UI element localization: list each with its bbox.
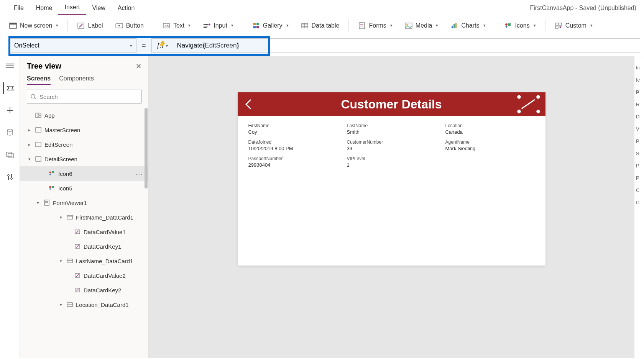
tree-node-location-datacard[interactable]: ▾ Location_DataCard1 bbox=[20, 297, 148, 312]
search-icon bbox=[30, 93, 36, 100]
tree-node-icon5[interactable]: Icon5 bbox=[20, 181, 148, 195]
svg-line-81 bbox=[522, 108, 522, 109]
collapse-caret[interactable]: ▾ bbox=[58, 259, 64, 264]
more-button[interactable]: ··· bbox=[136, 170, 143, 177]
close-button[interactable]: ✕ bbox=[136, 62, 141, 70]
media-icon bbox=[405, 22, 412, 30]
tree-node-datacardkey1[interactable]: DataCardKey1 bbox=[20, 239, 148, 254]
rp-line: C bbox=[636, 184, 642, 197]
tree-node-formviewer1[interactable]: ▾ FormViewer1 bbox=[20, 195, 148, 210]
svg-rect-29 bbox=[508, 23, 511, 26]
tree-label: LastName_DataCard1 bbox=[76, 258, 133, 264]
canvas[interactable]: Customer Details FirstNameCoy LastNameSm… bbox=[149, 56, 634, 358]
collapse-caret[interactable]: ▾ bbox=[35, 200, 41, 205]
icons-icon bbox=[504, 22, 512, 30]
search-box[interactable] bbox=[27, 90, 141, 103]
field-customernumber: CustomerNumber39 bbox=[347, 139, 436, 151]
chevron-down-icon: ▾ bbox=[590, 23, 593, 28]
collapse-caret[interactable]: ▾ bbox=[27, 157, 32, 162]
tree-node-firstname-datacard[interactable]: ▾ FirstName_DataCard1 bbox=[20, 210, 148, 225]
field-value: Smith bbox=[347, 129, 436, 135]
field-value: 39 bbox=[347, 146, 436, 151]
expand-caret[interactable]: ▸ bbox=[27, 142, 32, 147]
edit-icon-selected[interactable] bbox=[518, 96, 539, 113]
property-value: OnSelect bbox=[14, 42, 39, 49]
svg-point-5 bbox=[118, 25, 120, 26]
charts-icon bbox=[450, 22, 458, 30]
tree-node-masterscreen[interactable]: ▸ MasterScreen bbox=[20, 123, 148, 137]
svg-point-48 bbox=[10, 178, 12, 180]
tab-screens[interactable]: Screens bbox=[27, 75, 51, 85]
tree-view-rail-button[interactable] bbox=[3, 82, 17, 94]
hamburger-button[interactable] bbox=[3, 60, 17, 72]
charts-label: Charts bbox=[461, 22, 479, 29]
input-button[interactable]: Input ▾ bbox=[197, 20, 239, 32]
advanced-rail-button[interactable] bbox=[3, 171, 17, 183]
svg-point-42 bbox=[7, 129, 13, 131]
menu-home[interactable]: Home bbox=[30, 2, 59, 15]
field-label: DateJoined bbox=[248, 139, 338, 145]
collapse-caret[interactable]: ▾ bbox=[58, 215, 64, 220]
field-label: PassportNumber bbox=[248, 156, 338, 161]
menu-view[interactable]: View bbox=[86, 2, 111, 15]
tab-components[interactable]: Components bbox=[59, 75, 94, 85]
data-table-button[interactable]: Data table bbox=[296, 20, 345, 32]
rp-line: Ic bbox=[636, 62, 642, 74]
back-arrow-icon[interactable] bbox=[244, 98, 253, 110]
text-label: Text bbox=[173, 22, 184, 29]
tree-label: App bbox=[44, 112, 55, 119]
form-body: FirstNameCoy LastNameSmith LocationCanad… bbox=[238, 116, 545, 175]
svg-rect-72 bbox=[67, 259, 72, 263]
gallery-button[interactable]: Gallery ▾ bbox=[247, 20, 294, 32]
svg-point-11 bbox=[209, 23, 210, 25]
svg-line-77 bbox=[76, 289, 79, 291]
field-value: Canada bbox=[445, 129, 535, 135]
data-rail-button[interactable] bbox=[3, 127, 17, 138]
tree-node-app[interactable]: App bbox=[20, 108, 148, 123]
app-title: FirstCanvasApp - Saved (Unpublished) bbox=[530, 5, 636, 11]
chevron-down-icon: ▾ bbox=[390, 23, 393, 28]
formula-input[interactable]: Navigate(EditScreen) bbox=[173, 38, 640, 53]
charts-button[interactable]: Charts ▾ bbox=[445, 20, 491, 32]
separator bbox=[67, 19, 68, 32]
scrollbar-thumb[interactable] bbox=[145, 108, 148, 189]
tree-node-detailscreen[interactable]: ▾ DetailScreen bbox=[20, 152, 148, 166]
form-icon bbox=[43, 199, 51, 206]
tree-node-editscreen[interactable]: ▸ EditScreen bbox=[20, 137, 148, 152]
rp-line: C bbox=[636, 197, 642, 209]
media-rail-button[interactable] bbox=[3, 149, 17, 161]
svg-marker-59 bbox=[49, 174, 51, 175]
tree-label: MasterScreen bbox=[44, 127, 80, 133]
menu-action[interactable]: Action bbox=[112, 2, 141, 15]
properties-panel: Ic Ic P R D V P S P P C C bbox=[634, 56, 644, 358]
tree-node-datacardkey2[interactable]: DataCardKey2 bbox=[20, 283, 148, 297]
text-button[interactable]: Ab Text ▾ bbox=[157, 20, 196, 32]
menu-file[interactable]: File bbox=[8, 2, 30, 15]
tree-label: DetailScreen bbox=[44, 156, 77, 162]
button-button[interactable]: Button bbox=[110, 20, 149, 32]
icons-button[interactable]: Icons ▾ bbox=[499, 20, 541, 32]
svg-rect-53 bbox=[39, 116, 41, 118]
add-rail-button[interactable] bbox=[3, 105, 17, 116]
forms-button[interactable]: Forms ▾ bbox=[353, 20, 398, 32]
tree-node-datacardvalue1[interactable]: DataCardValue1 bbox=[20, 225, 148, 239]
svg-rect-52 bbox=[39, 113, 41, 115]
new-screen-button[interactable]: New screen ▾ bbox=[4, 20, 64, 32]
svg-rect-43 bbox=[7, 152, 12, 156]
fx-button[interactable]: ƒ𝑥 ▾ ✋ bbox=[151, 38, 173, 53]
property-dropdown[interactable]: OnSelect ▾ bbox=[10, 38, 136, 53]
tree-node-icon6[interactable]: Icon6 ··· bbox=[20, 166, 148, 181]
svg-rect-23 bbox=[405, 23, 412, 28]
media-button[interactable]: Media ▾ bbox=[399, 20, 444, 32]
header-title: Customer Details bbox=[341, 97, 442, 111]
custom-button[interactable]: Custom ▾ bbox=[549, 20, 598, 32]
button-text: Button bbox=[126, 22, 144, 29]
tree-node-datacardvalue2[interactable]: DataCardValue2 bbox=[20, 268, 148, 283]
expand-caret[interactable]: ▸ bbox=[27, 128, 32, 133]
svg-rect-27 bbox=[455, 23, 457, 28]
collapse-caret[interactable]: ▾ bbox=[58, 302, 64, 307]
tree-node-lastname-datacard[interactable]: ▾ LastName_DataCard1 bbox=[20, 254, 148, 268]
menu-insert[interactable]: Insert bbox=[58, 1, 86, 15]
label-button[interactable]: Label bbox=[72, 20, 108, 32]
search-input[interactable] bbox=[39, 93, 138, 100]
